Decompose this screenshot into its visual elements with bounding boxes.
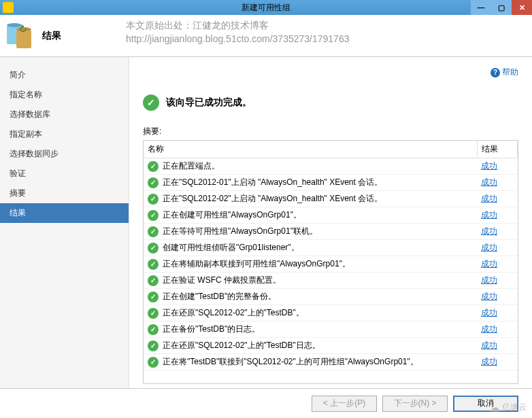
nav-summary[interactable]: 摘要 xyxy=(0,184,129,203)
table-row: ✓正在"SQL2012-01"上启动 "AlwaysOn_health" XEv… xyxy=(144,175,518,191)
row-success-icon: ✓ xyxy=(148,194,159,205)
watermark-text: 本文原始出处：江健龙的技术博客 http://jiangjianlong.blo… xyxy=(126,19,349,46)
row-success-icon: ✓ xyxy=(148,292,159,302)
table-row: ✓创建可用性组侦听器"Grp01listener"。成功 xyxy=(144,240,518,256)
table-row: ✓正在备份"TestDB"的日志。成功 xyxy=(144,321,518,338)
row-name: 正在"SQL2012-02"上启动 "AlwaysOn_health" XEve… xyxy=(163,193,382,205)
row-name: 正在还原"SQL2012-02"上的"TestDB"日志。 xyxy=(163,340,320,351)
result-link[interactable]: 成功 xyxy=(481,210,497,220)
row-name: 创建可用性组侦听器"Grp01listener"。 xyxy=(163,242,299,254)
help-icon: ? xyxy=(491,68,500,77)
result-link[interactable]: 成功 xyxy=(481,177,497,187)
result-link[interactable]: 成功 xyxy=(481,292,497,301)
row-success-icon: ✓ xyxy=(148,177,159,188)
footer: < 上一步(P) 下一步(N) > 取消 xyxy=(0,388,532,418)
next-button: 下一步(N) > xyxy=(382,396,448,412)
watermark-line2: http://jiangjianlong.blog.51cto.com/3735… xyxy=(126,33,349,46)
app-icon xyxy=(3,2,14,13)
result-link[interactable]: 成功 xyxy=(481,226,497,236)
row-success-icon: ✓ xyxy=(148,357,159,368)
row-name: 正在备份"TestDB"的日志。 xyxy=(163,324,260,335)
prev-button: < 上一步(P) xyxy=(312,396,377,412)
brand-label: 亿速云 xyxy=(502,402,527,413)
row-name: 正在配置端点。 xyxy=(163,160,220,172)
table-row: ✓正在"SQL2012-02"上启动 "AlwaysOn_health" XEv… xyxy=(144,191,518,207)
row-success-icon: ✓ xyxy=(148,341,159,351)
result-banner: ✓ 该向导已成功完成。 xyxy=(143,94,518,111)
table-row: ✓正在将"TestDB"联接到"SQL2012-02"上的可用性组"Always… xyxy=(144,354,518,370)
sidebar: 简介 指定名称 选择数据库 指定副本 选择数据同步 验证 摘要 结果 xyxy=(0,57,129,388)
table-row: ✓正在还原"SQL2012-02"上的"TestDB"。成功 xyxy=(144,305,518,321)
row-success-icon: ✓ xyxy=(148,275,159,286)
table-row: ✓正在等待可用性组"AlwaysOnGrp01"联机。成功 xyxy=(144,224,518,240)
table-row: ✓正在创建可用性组"AlwaysOnGrp01"。成功 xyxy=(144,207,518,224)
row-success-icon: ✓ xyxy=(148,259,159,270)
row-success-icon: ✓ xyxy=(148,308,159,319)
result-link[interactable]: 成功 xyxy=(481,259,497,268)
nav-specify-name[interactable]: 指定名称 xyxy=(0,85,129,105)
table-row: ✓正在将辅助副本联接到可用性组"AlwaysOnGrp01"。成功 xyxy=(144,256,518,273)
minimize-button[interactable]: — xyxy=(471,0,491,15)
result-link[interactable]: 成功 xyxy=(481,161,497,171)
row-success-icon: ✓ xyxy=(148,324,159,335)
watermark-line1: 本文原始出处：江健龙的技术博客 xyxy=(126,19,349,33)
results-table-wrap: 名称 结果 ✓正在配置端点。成功✓正在"SQL2012-01"上启动 "Alwa… xyxy=(143,140,518,384)
nav-intro[interactable]: 简介 xyxy=(0,65,129,85)
main-panel: ? 帮助 ✓ 该向导已成功完成。 摘要: 名称 结果 ✓正在配置端点。成功✓正在… xyxy=(129,57,532,388)
result-link[interactable]: 成功 xyxy=(481,357,497,366)
result-link[interactable]: 成功 xyxy=(481,308,497,317)
row-name: 正在验证 WSFC 仲裁投票配置。 xyxy=(163,275,281,286)
nav-results[interactable]: 结果 xyxy=(0,203,129,223)
nav-validate[interactable]: 验证 xyxy=(0,164,129,184)
window-title: 新建可用性组 xyxy=(242,2,290,14)
wizard-icon: ↻ xyxy=(7,22,34,50)
result-link[interactable]: 成功 xyxy=(481,324,497,334)
help-link[interactable]: ? 帮助 xyxy=(143,67,518,78)
nav-specify-replica[interactable]: 指定副本 xyxy=(0,124,129,144)
table-row: ✓正在配置端点。成功 xyxy=(144,158,518,175)
nav-select-database[interactable]: 选择数据库 xyxy=(0,105,129,124)
table-row: ✓正在验证 WSFC 仲裁投票配置。成功 xyxy=(144,273,518,289)
result-message: 该向导已成功完成。 xyxy=(166,97,252,109)
close-button[interactable]: ✕ xyxy=(512,0,532,15)
result-link[interactable]: 成功 xyxy=(481,275,497,285)
row-name: 正在将"TestDB"联接到"SQL2012-02"上的可用性组"AlwaysO… xyxy=(163,356,418,368)
row-name: 正在创建"TestDB"的完整备份。 xyxy=(163,291,276,302)
success-check-icon: ✓ xyxy=(143,94,159,111)
row-name: 正在还原"SQL2012-02"上的"TestDB"。 xyxy=(163,307,304,319)
cloud-icon: ☁ xyxy=(489,401,500,414)
brand-watermark: ☁ 亿速云 xyxy=(489,401,527,414)
row-name: 正在"SQL2012-01"上启动 "AlwaysOn_health" XEve… xyxy=(163,177,382,188)
row-name: 正在创建可用性组"AlwaysOnGrp01"。 xyxy=(163,209,301,221)
table-row: ✓正在还原"SQL2012-02"上的"TestDB"日志。成功 xyxy=(144,338,518,354)
window-controls: — ▢ ✕ xyxy=(471,0,532,15)
maximize-button[interactable]: ▢ xyxy=(491,0,512,15)
column-header-name[interactable]: 名称 xyxy=(144,141,477,158)
nav-select-sync[interactable]: 选择数据同步 xyxy=(0,144,129,164)
titlebar: 新建可用性组 — ▢ ✕ xyxy=(0,0,532,15)
row-name: 正在将辅助副本联接到可用性组"AlwaysOnGrp01"。 xyxy=(163,258,350,270)
result-link[interactable]: 成功 xyxy=(481,243,497,252)
column-header-result[interactable]: 结果 xyxy=(477,141,518,158)
row-success-icon: ✓ xyxy=(148,210,159,221)
summary-label: 摘要: xyxy=(143,126,518,137)
table-row: ✓正在创建"TestDB"的完整备份。成功 xyxy=(144,289,518,305)
header: ↻ 结果 本文原始出处：江健龙的技术博客 http://jiangjianlon… xyxy=(0,15,532,57)
row-success-icon: ✓ xyxy=(148,226,159,237)
row-success-icon: ✓ xyxy=(148,243,159,254)
result-link[interactable]: 成功 xyxy=(481,194,497,203)
page-title: 结果 xyxy=(42,30,61,42)
result-link[interactable]: 成功 xyxy=(481,341,497,350)
help-label: 帮助 xyxy=(502,67,518,78)
row-name: 正在等待可用性组"AlwaysOnGrp01"联机。 xyxy=(163,226,318,237)
row-success-icon: ✓ xyxy=(148,161,159,172)
results-table: 名称 结果 ✓正在配置端点。成功✓正在"SQL2012-01"上启动 "Alwa… xyxy=(144,141,518,370)
